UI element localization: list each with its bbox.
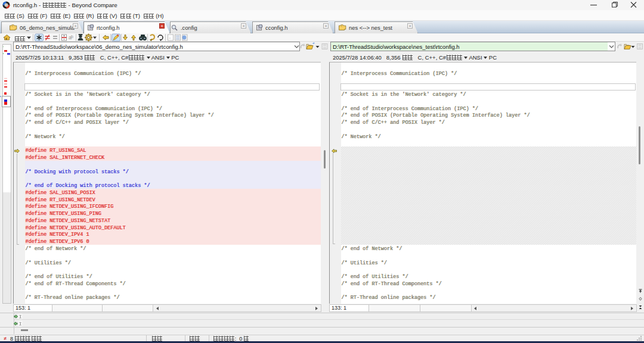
svg-text:b: b: [71, 35, 73, 39]
svg-text:×: ×: [169, 36, 171, 40]
